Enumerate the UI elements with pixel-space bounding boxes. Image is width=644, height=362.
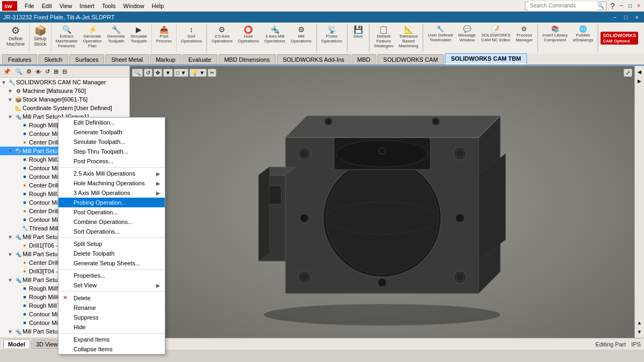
message-window-btn[interactable]: 💬 MessageWindow (456, 25, 478, 44)
probe-op-btn[interactable]: 📡 ProbeOperations (319, 25, 345, 45)
menu-window[interactable]: Window (120, 2, 148, 10)
tab-markup[interactable]: Markup (150, 54, 181, 64)
tab-mbd[interactable]: MBD (352, 54, 376, 64)
menu-view[interactable]: View (56, 2, 76, 10)
win-min-btn[interactable]: − (611, 13, 618, 21)
restore-btn[interactable]: □ (627, 3, 633, 9)
ctx-generate-toolpath[interactable]: Generate Toolpath (58, 127, 165, 137)
vp-zoom-btn[interactable]: 🔍 (132, 69, 143, 77)
tab-sheet-metal[interactable]: Sheet Metal (105, 54, 149, 64)
ctx-post-operation[interactable]: Post Operation... (58, 207, 165, 217)
vp-lighting-btn[interactable]: 💡 ▼ (189, 69, 207, 77)
vp-view-btn[interactable]: ▼ (163, 69, 173, 77)
ctx-set-view[interactable]: Set View ▶ (58, 280, 165, 290)
ctx-step-thru-toolpath[interactable]: Step Thru Toolpath... (58, 147, 165, 156)
menu-file[interactable]: File (21, 2, 38, 10)
vp-pan-btn[interactable]: ✥ (153, 69, 162, 77)
menu-insert[interactable]: Insert (76, 2, 98, 10)
tab-sw-cam-tbm[interactable]: SOLIDWORKS CAM TBM (445, 53, 527, 64)
minimize-btn[interactable]: − (618, 3, 625, 9)
ctx-post-process[interactable]: Post Process... (58, 156, 165, 166)
edrawings-btn[interactable]: 🌐 PublisheDrawings (570, 25, 595, 44)
tab-sw-cam[interactable]: SOLIDWORKS CAM (377, 54, 444, 64)
ctx-probing-operation[interactable]: Probing Operation... (58, 198, 165, 207)
sort-op-btn[interactable]: ↕ SortOperations (179, 25, 204, 45)
ctx-properties[interactable]: Properties... (58, 271, 165, 280)
stock-btn[interactable]: 📦 SetupStock (32, 25, 49, 48)
tree-refresh-btn[interactable]: ↺ (43, 68, 52, 76)
tree-item-coord[interactable]: 📐 Coordinate System [User Defined] (0, 104, 129, 112)
ctx-collapse-items[interactable]: Collapse Items (58, 344, 165, 354)
tab-evaluate[interactable]: Evaluate (182, 54, 217, 64)
tree-item-stock[interactable]: ▼ 📦 Stock Manager[6061-T6] (0, 95, 129, 104)
search-commands-input[interactable] (528, 2, 597, 10)
rt-collapse-btn[interactable]: ◀ (636, 68, 643, 76)
mill-op-btn[interactable]: ⚙ MillOperations (289, 25, 314, 45)
ctx-sort-ops[interactable]: Sort Operations... (58, 227, 165, 236)
tree-filter-btn[interactable]: ⚙ (25, 68, 33, 76)
25axis-btn[interactable]: ⚙ 2.5 AxisOperations (209, 25, 235, 45)
generate-toolpath-btn[interactable]: 🔧 GenerateToolpath (105, 25, 127, 49)
ctx-combine-ops[interactable]: Combine Operations... (58, 217, 165, 227)
menu-tools[interactable]: Tools (99, 2, 119, 10)
ctx-gen-setup-sheets[interactable]: Generate Setup Sheets... (58, 258, 165, 268)
viewport[interactable]: 🔍 ↺ ✥ ▼ □ ▼ 💡 ▼ ✂ ⤢ (130, 66, 634, 338)
tab-features[interactable]: Features (2, 54, 37, 64)
help-btn[interactable]: ? (609, 2, 616, 10)
tree-pin-btn[interactable]: 📌 (1, 67, 13, 76)
vp-expand-btn[interactable]: ⤢ (624, 69, 632, 77)
tab-sw-addins[interactable]: SOLIDWORKS Add-Ins (277, 54, 350, 64)
tree-expand-btn[interactable]: ⊞ (52, 68, 60, 76)
tab-mbd-dim[interactable]: MBD Dimensions (218, 54, 276, 64)
ctx-rename[interactable]: Rename (58, 303, 165, 313)
tree-collapse-btn[interactable]: ⊟ (61, 68, 69, 76)
vp-section-btn[interactable]: ✂ (208, 69, 216, 77)
tree-item-machine[interactable]: ▼ ⚙ Machine [Matsuura 760] (0, 86, 129, 95)
close-btn[interactable]: × (635, 3, 642, 9)
vp-rotate-btn[interactable]: ↺ (144, 69, 152, 77)
save-btn[interactable]: 💾 Save (351, 25, 365, 40)
ctx-3axis-ops[interactable]: 3 Axis Mill Operations ▶ (58, 188, 165, 198)
menu-edit[interactable]: Edit (39, 2, 55, 10)
library-component-btn[interactable]: 📚 Insert LibraryComponent (540, 25, 570, 44)
tab-surfaces[interactable]: Surfaces (69, 54, 104, 64)
tree-item-cam-manager[interactable]: ▼ 🔧 SOLIDWORKS CAM NC Manager (0, 78, 129, 86)
win-max-btn[interactable]: □ (622, 13, 630, 21)
ctx-25axis-ops[interactable]: 2.5 Axis Mill Operations ▶ (58, 169, 165, 178)
solidworks-logo: SW (2, 1, 17, 11)
status-tab-model[interactable]: Model (3, 339, 30, 349)
post-process-btn[interactable]: 📤 PostProcess (154, 25, 174, 45)
toolbar-group-sort: ↕ SortOperations (177, 24, 207, 53)
menu-help[interactable]: Help (149, 2, 167, 10)
ctx-expand-items[interactable]: Expand Items (58, 335, 165, 344)
tab-sketch[interactable]: Sketch (38, 54, 68, 64)
ctx-hole-machining-ops[interactable]: Hole Machining Operations ▶ (58, 178, 165, 188)
tree-hide-btn[interactable]: 👁 (34, 68, 43, 76)
ctx-hide[interactable]: Hide (58, 322, 165, 332)
process-mgr-btn[interactable]: ⚙ ProcessManager (514, 25, 535, 44)
rt-expand-btn[interactable]: ▶ (636, 77, 643, 85)
svg-point-18 (456, 273, 464, 281)
ctx-suppress[interactable]: Suppress (58, 313, 165, 322)
toolbar-group-save: 💾 Save (348, 24, 369, 53)
ctx-split-setup[interactable]: Split Setup (58, 239, 165, 249)
generate-op-btn[interactable]: ⚡ GenerateOperationPlan (80, 25, 104, 49)
tree-search-btn[interactable]: 🔍 (13, 68, 24, 76)
ctx-delete-toolpath[interactable]: Delete Toolpath (58, 249, 165, 258)
define-btn[interactable]: ⚙ DefineMachine (4, 25, 27, 48)
3axis-btn[interactable]: 🔩 3 Axis MillOperations (262, 25, 287, 45)
extract-machinable-btn[interactable]: 🔍 ExtractMachinableFeatures (54, 25, 80, 49)
nc-editor-btn[interactable]: 📝 SOLIDWORKSCAM NC Editor (479, 25, 513, 44)
simulate-toolpath-btn[interactable]: ▶ SimulateToolpath (128, 25, 149, 49)
hole-op-btn[interactable]: ⭕ HoleOperations (236, 25, 261, 45)
default-feature-btn[interactable]: 📋 DefaultFeatureStrategies (372, 25, 396, 49)
rt-up-btn[interactable]: ▲ (636, 319, 643, 327)
ctx-simulate-toolpath[interactable]: Simulate Toolpath... (58, 137, 165, 147)
ctx-delete[interactable]: ✕ Delete (58, 293, 165, 303)
tool-holder-btn[interactable]: 🔧 User DefinedTool/Holder (426, 25, 455, 44)
rt-down-btn[interactable]: ▼ (636, 328, 643, 336)
vp-display-btn[interactable]: □ ▼ (174, 69, 188, 77)
tolerance-btn[interactable]: 📐 ToleranceBasedMachining (397, 25, 420, 49)
ctx-edit-definition[interactable]: Edit Definition... (58, 118, 165, 127)
win-close-btn[interactable]: × (633, 13, 641, 21)
